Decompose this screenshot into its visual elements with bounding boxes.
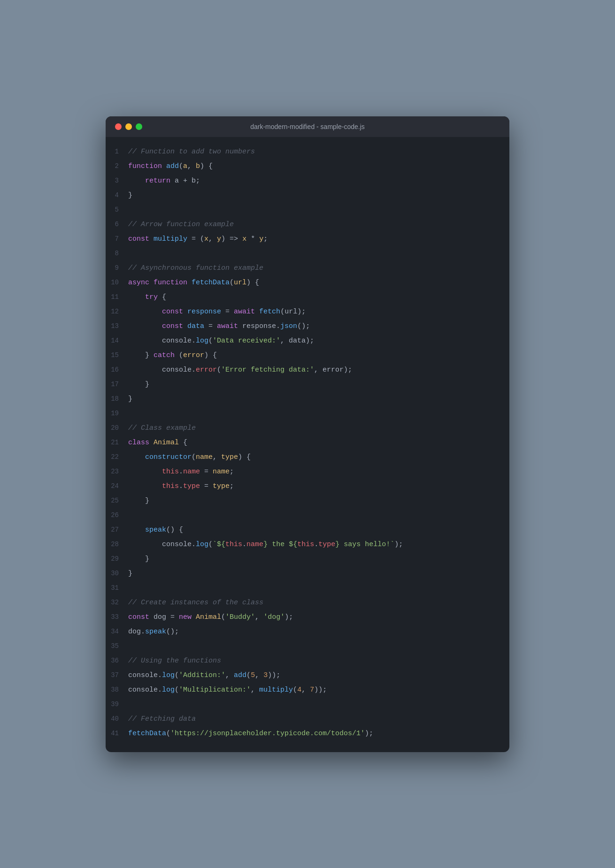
minimize-button[interactable]	[125, 123, 132, 130]
code-line-37: 37 console.log('Addition:', add(5, 3));	[106, 668, 509, 683]
code-line-23: 23 this.name = name;	[106, 464, 509, 479]
code-line-29: 29 }	[106, 552, 509, 566]
code-line-21: 21 class Animal {	[106, 435, 509, 450]
code-line-2: 2 function add(a, b) {	[106, 159, 509, 174]
code-line-40: 40 // Fetching data	[106, 712, 509, 726]
code-line-34: 34 dog.speak();	[106, 624, 509, 639]
code-line-12: 12 const response = await fetch(url);	[106, 305, 509, 319]
code-line-26: 26	[106, 508, 509, 523]
maximize-button[interactable]	[136, 123, 142, 130]
code-line-3: 3 return a + b;	[106, 174, 509, 188]
code-line-32: 32 // Create instances of the class	[106, 595, 509, 610]
code-line-38: 38 console.log('Multiplication:', multip…	[106, 683, 509, 697]
code-line-19: 19	[106, 406, 509, 421]
code-line-11: 11 try {	[106, 290, 509, 305]
code-line-16: 16 console.error('Error fetching data:',…	[106, 363, 509, 377]
code-line-10: 10 async function fetchData(url) {	[106, 275, 509, 290]
code-line-5: 5	[106, 203, 509, 217]
code-line-27: 27 speak() {	[106, 523, 509, 537]
code-line-39: 39	[106, 697, 509, 712]
code-line-8: 8	[106, 246, 509, 261]
code-line-1: 1 // Function to add two numbers	[106, 145, 509, 159]
code-line-17: 17 }	[106, 377, 509, 392]
code-line-14: 14 console.log('Data received:', data);	[106, 334, 509, 348]
code-line-31: 31	[106, 581, 509, 595]
code-line-20: 20 // Class example	[106, 421, 509, 435]
code-line-18: 18 }	[106, 392, 509, 406]
code-line-15: 15 } catch (error) {	[106, 348, 509, 363]
code-line-24: 24 this.type = type;	[106, 479, 509, 494]
code-line-22: 22 constructor(name, type) {	[106, 450, 509, 464]
code-line-6: 6 // Arrow function example	[106, 217, 509, 232]
code-line-9: 9 // Asynchronous function example	[106, 261, 509, 275]
code-line-13: 13 const data = await response.json();	[106, 319, 509, 334]
code-line-7: 7 const multiply = (x, y) => x * y;	[106, 232, 509, 246]
code-line-35: 35	[106, 639, 509, 654]
code-line-25: 25 }	[106, 494, 509, 508]
code-line-36: 36 // Using the functions	[106, 654, 509, 668]
code-line-33: 33 const dog = new Animal('Buddy', 'dog'…	[106, 610, 509, 624]
code-line-4: 4 }	[106, 188, 509, 203]
code-line-41: 41 fetchData('https://jsonplaceholder.ty…	[106, 726, 509, 741]
close-button[interactable]	[115, 123, 122, 130]
code-line-30: 30 }	[106, 566, 509, 581]
window-title: dark-modern-modified - sample-code.js	[250, 123, 365, 130]
code-line-28: 28 console.log(`${this.name} the ${this.…	[106, 537, 509, 552]
editor-window: dark-modern-modified - sample-code.js 1 …	[106, 116, 509, 752]
traffic-lights	[115, 123, 142, 130]
code-editor[interactable]: 1 // Function to add two numbers 2 funct…	[106, 137, 509, 752]
titlebar: dark-modern-modified - sample-code.js	[106, 116, 509, 137]
